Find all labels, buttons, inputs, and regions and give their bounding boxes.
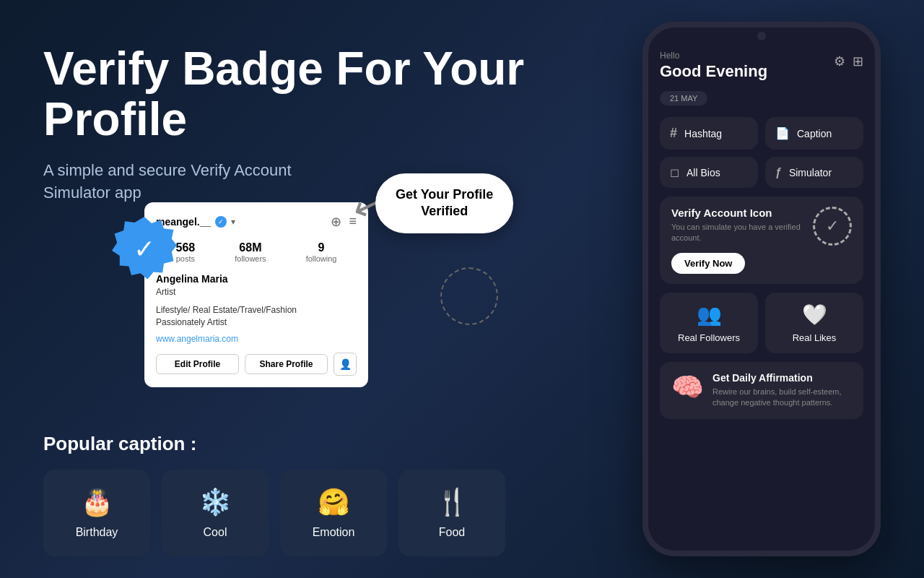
hashtag-label: Hashtag (684, 128, 722, 139)
verify-bubble-text: Get Your Profile Verified (396, 186, 493, 220)
phone-date-badge: 21 MAY (660, 91, 707, 105)
profile-name: Angelina Maria (156, 273, 357, 285)
birthday-icon: 🎂 (81, 487, 113, 517)
affirmation-icon: 🧠 (671, 372, 704, 402)
phone-feature-grid: # Hashtag 📄 Caption ◻ All Bios ƒ Simulat… (660, 117, 863, 188)
caption-icon: 📄 (775, 126, 790, 140)
popular-caption-section: Popular caption : 🎂 Birthday ❄️ Cool 🤗 E… (43, 433, 534, 556)
stat-posts-value: 568 (176, 241, 196, 254)
profile-mockup: meangel.__ ✓ ▾ ⊕ ≡ 568 posts 68M followe… (144, 202, 368, 387)
caption-button[interactable]: 📄 Caption (765, 117, 863, 150)
verify-account-content: Verify Account Icon You can simulate you… (671, 207, 804, 274)
phone-top-icons: ⚙ ⊞ (834, 53, 863, 69)
verify-account-card: Verify Account Icon You can simulate you… (660, 197, 863, 284)
simulator-label: Simulator (789, 167, 832, 178)
simulator-button[interactable]: ƒ Simulator (765, 157, 863, 188)
verify-icon-circle: ✓ (813, 207, 852, 246)
caption-card-birthday[interactable]: 🎂 Birthday (43, 470, 150, 556)
all-bios-button[interactable]: ◻ All Bios (660, 157, 758, 188)
popular-caption-title: Popular caption : (43, 433, 534, 455)
caption-card-food[interactable]: 🍴 Food (398, 470, 505, 556)
cool-icon: ❄️ (199, 487, 232, 517)
profile-stats: 568 posts 68M followers 9 following (156, 241, 357, 263)
add-icon[interactable]: ⊕ (331, 214, 341, 230)
real-likes-card[interactable]: 🤍 Real Likes (765, 293, 863, 353)
simulator-icon: ƒ (775, 166, 782, 179)
caption-card-cool[interactable]: ❄️ Cool (162, 470, 269, 556)
subtitle: A simple and secure Verify Account Simul… (43, 160, 346, 204)
main-title: Verify Badge For Your Profile (43, 43, 549, 145)
all-bios-label: All Bios (687, 167, 720, 178)
stat-following-label: following (306, 254, 337, 263)
hashtag-icon: # (670, 126, 677, 141)
profile-role: Artist (156, 286, 357, 298)
cool-label: Cool (204, 526, 227, 539)
dashed-circle-decoration (440, 267, 498, 325)
add-person-button[interactable]: 👤 (334, 353, 357, 376)
settings-icon[interactable]: ⚙ (834, 53, 845, 69)
all-bios-icon: ◻ (670, 165, 679, 179)
food-icon: 🍴 (436, 487, 468, 517)
affirmation-content: Get Daily Affirmation Rewire our brains,… (712, 372, 852, 409)
phone-good-evening: Good Evening (660, 62, 767, 81)
caption-label: Caption (797, 128, 832, 139)
grid-icon[interactable]: ⊞ (853, 53, 863, 69)
phone-camera (757, 32, 766, 40)
phone-greeting: Hello (660, 51, 767, 61)
profile-header: meangel.__ ✓ ▾ ⊕ ≡ (156, 214, 357, 230)
verify-account-title: Verify Account Icon (671, 207, 804, 219)
caption-cards: 🎂 Birthday ❄️ Cool 🤗 Emotion 🍴 Food (43, 470, 534, 556)
affirmation-card[interactable]: 🧠 Get Daily Affirmation Rewire our brain… (660, 362, 863, 419)
real-likes-icon: 🤍 (802, 303, 827, 327)
emotion-icon: 🤗 (318, 487, 350, 517)
stat-following-value: 9 (306, 241, 337, 254)
verify-badge-small: ✓ (215, 216, 227, 228)
birthday-label: Birthday (76, 526, 118, 539)
hashtag-button[interactable]: # Hashtag (660, 117, 758, 150)
verify-account-desc: You can simulate you have a verified acc… (671, 222, 804, 244)
emotion-label: Emotion (313, 526, 355, 539)
phone-bottom-grid: 👥 Real Followers 🤍 Real Likes (660, 293, 863, 353)
profile-bio: Lifestyle/ Real Estate/Travel/FashionPas… (156, 304, 357, 329)
verify-bubble: Get Your Profile Verified (375, 173, 513, 233)
phone-notch (725, 27, 798, 45)
real-likes-label: Real Likes (793, 332, 837, 343)
badge-star-shape: ✓ (112, 217, 177, 282)
real-followers-icon: 👥 (697, 303, 722, 327)
stat-followers-value: 68M (235, 241, 266, 254)
affirmation-desc: Rewire our brains, build self-esteem, ch… (712, 387, 852, 409)
phone-content: Hello Good Evening ⚙ ⊞ 21 MAY # Hashtag … (648, 45, 875, 546)
dropdown-chevron: ▾ (231, 217, 235, 227)
real-followers-label: Real Followers (678, 332, 740, 343)
food-label: Food (439, 526, 465, 539)
stat-followers-label: followers (235, 254, 266, 263)
real-followers-card[interactable]: 👥 Real Followers (660, 293, 758, 353)
verify-now-button[interactable]: Verify Now (671, 253, 745, 274)
profile-website[interactable]: www.angelmaria.com (156, 334, 357, 344)
caption-card-emotion[interactable]: 🤗 Emotion (280, 470, 387, 556)
edit-profile-button[interactable]: Edit Profile (156, 354, 239, 374)
phone-mockup: Hello Good Evening ⚙ ⊞ 21 MAY # Hashtag … (642, 22, 881, 556)
stat-posts-label: posts (176, 254, 196, 263)
verify-badge-decoration: ✓ (112, 217, 177, 282)
profile-stat-following: 9 following (306, 241, 337, 263)
profile-stat-posts: 568 posts (176, 241, 196, 263)
profile-stat-followers: 68M followers (235, 241, 266, 263)
affirmation-title: Get Daily Affirmation (712, 372, 852, 384)
share-profile-button[interactable]: Share Profile (245, 354, 328, 374)
profile-buttons: Edit Profile Share Profile 👤 (156, 353, 357, 376)
phone-greeting-block: Hello Good Evening (660, 51, 767, 88)
